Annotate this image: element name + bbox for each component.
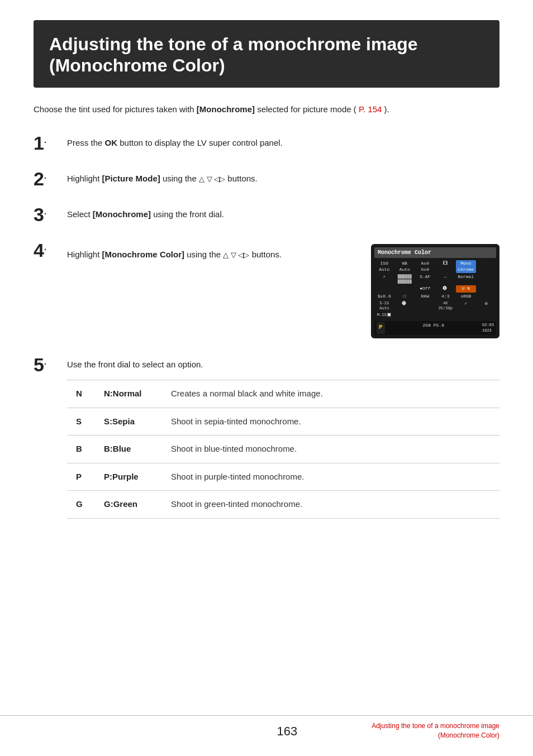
- step-2-number: 2.: [34, 168, 67, 188]
- step-1-number: 1.: [34, 132, 67, 152]
- option-key: G: [67, 491, 95, 519]
- option-desc: Shoot in green-tinted monochrome.: [162, 491, 499, 519]
- cam-grid: ISOAuto WBAuto A±0G±0 🎞 Monochrome ⚡ ▓▓▓…: [374, 260, 496, 319]
- step-4-content: Highlight [Monochrome Color] using the △…: [67, 240, 499, 338]
- intro-paragraph: Choose the tint used for pictures taken …: [34, 103, 499, 116]
- option-label: S:Sepia: [95, 408, 162, 436]
- cam-header-label: Monochrome Color: [374, 247, 496, 258]
- footer-link-line1: Adjusting the tone of a monochrome image: [372, 722, 499, 730]
- step-5: 5. Use the front dial to select an optio…: [34, 354, 499, 519]
- intro-page-link[interactable]: P. 154: [359, 104, 382, 114]
- footer-title-link[interactable]: Adjusting the tone of a monochrome image…: [372, 721, 499, 740]
- step-3: 3. Select [Monochrome] using the front d…: [34, 204, 499, 224]
- option-key: B: [67, 436, 95, 463]
- table-row: B B:Blue Shoot in blue-tinted monochrome…: [67, 436, 499, 463]
- option-label: G:Green: [95, 491, 162, 519]
- option-label: N:Normal: [95, 380, 162, 408]
- arrow-symbols-2: △ ▽ ◁▷: [199, 175, 225, 183]
- step-3-content: Select [Monochrome] using the front dial…: [67, 204, 499, 221]
- options-table: N N:Normal Creates a normal black and wh…: [67, 380, 499, 519]
- intro-text-end: ).: [384, 104, 389, 114]
- table-row: S S:Sepia Shoot in sepia-tinted monochro…: [67, 408, 499, 436]
- page-title: Adjusting the tone of a monochrome image…: [49, 34, 484, 76]
- step-2-content: Highlight [Picture Mode] using the △ ▽ ◁…: [67, 168, 499, 185]
- page-footer: 163 Adjusting the tone of a monochrome i…: [0, 715, 533, 740]
- title-box: Adjusting the tone of a monochrome image…: [34, 20, 499, 88]
- step-5-content: Use the front dial to select an option. …: [67, 354, 499, 519]
- option-desc: Creates a normal black and white image.: [162, 380, 499, 408]
- option-desc: Shoot in blue-tinted monochrome.: [162, 436, 499, 463]
- step-2: 2. Highlight [Picture Mode] using the △ …: [34, 168, 499, 188]
- cam-footer: P 250 F5.6 02:031023: [374, 321, 496, 335]
- table-row: G G:Green Shoot in green-tinted monochro…: [67, 491, 499, 519]
- step-4-text: Highlight [Monochrome Color] using the △…: [67, 244, 358, 261]
- option-desc: Shoot in sepia-tinted monochrome.: [162, 408, 499, 436]
- step-5-number: 5.: [34, 354, 67, 374]
- step-4: 4. Highlight [Monochrome Color] using th…: [34, 240, 499, 338]
- table-row: P P:Purple Shoot in purple-tinted monoch…: [67, 463, 499, 491]
- option-label: P:Purple: [95, 463, 162, 491]
- footer-page-number: 163: [203, 722, 372, 740]
- arrow-symbols-4: △ ▽ ◁▷: [223, 251, 249, 259]
- step-1-content: Press the OK button to display the LV su…: [67, 132, 499, 150]
- option-key: S: [67, 408, 95, 436]
- intro-text-before: Choose the tint used for pictures taken …: [34, 104, 197, 114]
- step-5-text: Use the front dial to select an option.: [67, 358, 499, 371]
- option-label: B:Blue: [95, 436, 162, 463]
- table-row: N N:Normal Creates a normal black and wh…: [67, 380, 499, 408]
- option-key: N: [67, 380, 95, 408]
- monochrome-label: [Monochrome]: [197, 104, 255, 114]
- option-key: P: [67, 463, 95, 491]
- footer-link-line2: (Monochrome Color): [438, 731, 499, 739]
- camera-screenshot: Monochrome Color ISOAuto WBAuto A±0G±0 🎞…: [371, 244, 499, 338]
- step-1: 1. Press the OK button to display the LV…: [34, 132, 499, 152]
- intro-text-middle: selected for picture mode (: [257, 104, 356, 114]
- steps-container: 1. Press the OK button to display the LV…: [34, 132, 499, 534]
- step-4-number: 4.: [34, 240, 67, 260]
- step-3-number: 3.: [34, 204, 67, 224]
- option-desc: Shoot in purple-tinted monochrome.: [162, 463, 499, 491]
